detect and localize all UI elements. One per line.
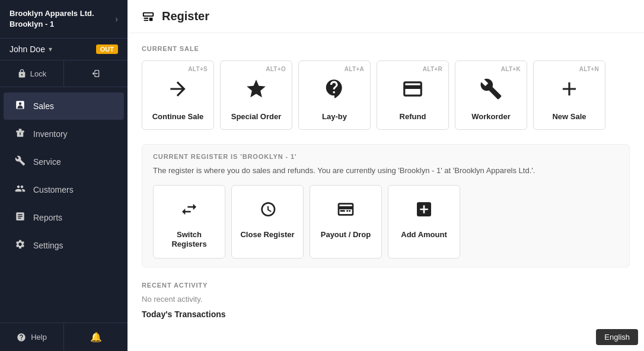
recent-activity-label: RECENT ACTIVITY bbox=[142, 282, 630, 289]
logout-icon bbox=[91, 69, 101, 78]
continue-sale-icon bbox=[167, 78, 189, 105]
workorder-icon bbox=[480, 78, 502, 105]
refund-shortcut: ALT+R bbox=[423, 66, 442, 72]
sidebar-quick-actions: Lock bbox=[0, 60, 127, 87]
close-register-label: Close Register bbox=[240, 230, 294, 240]
special-order-shortcut: ALT+O bbox=[266, 66, 286, 72]
workorder-shortcut: ALT+K bbox=[501, 66, 521, 72]
sidebar-bottom: Help 🔔 bbox=[0, 323, 127, 351]
sidebar-brand[interactable]: Brooklyn Apparels Ltd. Brooklyn - 1 › bbox=[0, 0, 127, 39]
no-activity-text: No recent activity. bbox=[142, 295, 630, 304]
new-sale-card[interactable]: ALT+N New Sale bbox=[533, 60, 605, 130]
sidebar-item-customers[interactable]: Customers bbox=[4, 176, 124, 203]
sidebar-item-label: Reports bbox=[33, 213, 62, 222]
add-amount-card[interactable]: Add Amount bbox=[388, 185, 460, 259]
lay-by-icon bbox=[323, 78, 346, 105]
special-order-card[interactable]: ALT+O Special Order bbox=[220, 60, 292, 130]
page-title: Register bbox=[162, 9, 209, 23]
settings-icon bbox=[14, 239, 26, 252]
new-sale-label: New Sale bbox=[552, 112, 586, 121]
inventory-icon bbox=[14, 127, 26, 141]
sidebar-item-service[interactable]: Service bbox=[4, 148, 124, 176]
lock-label: Lock bbox=[30, 69, 46, 78]
sidebar-item-settings[interactable]: Settings bbox=[4, 232, 124, 259]
sidebar-item-label: Customers bbox=[33, 185, 74, 194]
refund-icon bbox=[401, 78, 424, 105]
reports-icon bbox=[14, 211, 26, 224]
today-transactions-label: Today's Transactions bbox=[142, 309, 630, 319]
register-icon bbox=[142, 10, 155, 23]
special-order-label: Special Order bbox=[231, 112, 282, 121]
help-button[interactable]: Help bbox=[0, 323, 64, 351]
sidebar-item-label: Service bbox=[33, 157, 61, 167]
user-status-badge: OUT bbox=[96, 44, 118, 54]
help-label: Help bbox=[31, 333, 47, 342]
brand-arrow-icon: › bbox=[115, 14, 118, 24]
register-section-title: CURRENT REGISTER IS 'BROOKLYN - 1' bbox=[153, 153, 619, 160]
new-sale-icon bbox=[558, 78, 581, 105]
workorder-card[interactable]: ALT+K Workorder bbox=[455, 60, 527, 130]
page-header: Register bbox=[127, 0, 644, 33]
workorder-label: Workorder bbox=[471, 112, 511, 121]
main-content: Register CURRENT SALE ALT+S Continue Sal… bbox=[127, 0, 644, 351]
sidebar: Brooklyn Apparels Ltd. Brooklyn - 1 › Jo… bbox=[0, 0, 127, 351]
sales-icon bbox=[14, 100, 26, 113]
service-icon bbox=[14, 155, 26, 168]
english-language-badge[interactable]: English bbox=[596, 329, 638, 345]
add-amount-icon bbox=[415, 200, 433, 223]
sidebar-item-sales[interactable]: Sales bbox=[4, 92, 124, 120]
close-register-card[interactable]: Close Register bbox=[231, 185, 304, 259]
sidebar-item-inventory[interactable]: Inventory bbox=[4, 120, 124, 148]
close-register-icon bbox=[258, 200, 277, 223]
switch-registers-card[interactable]: Switch Registers bbox=[153, 185, 225, 259]
register-section: CURRENT REGISTER IS 'BROOKLYN - 1' The r… bbox=[142, 144, 630, 267]
switch-registers-icon bbox=[180, 200, 199, 223]
sidebar-item-label: Sales bbox=[33, 101, 54, 111]
logout-button[interactable] bbox=[64, 60, 127, 87]
sidebar-user[interactable]: John Doe ▾ OUT bbox=[0, 39, 127, 60]
user-dropdown-icon: ▾ bbox=[49, 45, 52, 53]
lay-by-label: Lay-by bbox=[322, 112, 347, 121]
payout-drop-card[interactable]: Payout / Drop bbox=[310, 185, 382, 259]
payout-drop-label: Payout / Drop bbox=[321, 230, 371, 240]
current-sale-label: CURRENT SALE bbox=[142, 45, 630, 52]
continue-sale-shortcut: ALT+S bbox=[188, 66, 208, 72]
lock-button[interactable]: Lock bbox=[0, 60, 64, 87]
special-order-icon bbox=[245, 78, 267, 105]
switch-registers-label: Switch Registers bbox=[161, 230, 218, 250]
main-body: CURRENT SALE ALT+S Continue Sale ALT+O bbox=[127, 33, 644, 351]
notification-bell-icon: 🔔 bbox=[90, 331, 102, 343]
refund-label: Refund bbox=[400, 112, 426, 121]
lock-icon bbox=[17, 69, 27, 78]
brand-name: Brooklyn Apparels Ltd. Brooklyn - 1 bbox=[9, 8, 94, 30]
user-name: John Doe ▾ bbox=[9, 44, 52, 54]
payout-drop-icon bbox=[336, 200, 355, 223]
help-icon bbox=[17, 333, 26, 342]
sidebar-item-label: Inventory bbox=[33, 129, 68, 139]
register-cards: Switch Registers Close Register Payout /… bbox=[153, 185, 619, 259]
sidebar-item-reports[interactable]: Reports bbox=[4, 204, 124, 231]
customers-icon bbox=[14, 183, 26, 196]
lay-by-card[interactable]: ALT+A Lay-by bbox=[298, 60, 371, 130]
notifications-button[interactable]: 🔔 bbox=[64, 323, 127, 351]
continue-sale-card[interactable]: ALT+S Continue Sale bbox=[142, 60, 214, 130]
continue-sale-label: Continue Sale bbox=[152, 112, 204, 121]
current-sale-section: CURRENT SALE ALT+S Continue Sale ALT+O bbox=[142, 45, 630, 130]
new-sale-shortcut: ALT+N bbox=[579, 66, 599, 72]
register-description: The register is where you do sales and r… bbox=[153, 165, 619, 177]
sidebar-item-label: Settings bbox=[33, 241, 63, 250]
sidebar-nav: Sales Inventory Service Customers Report bbox=[0, 87, 127, 323]
refund-card[interactable]: ALT+R Refund bbox=[377, 60, 449, 130]
current-sale-cards: ALT+S Continue Sale ALT+O Special Order bbox=[142, 60, 630, 130]
lay-by-shortcut: ALT+A bbox=[345, 66, 364, 72]
recent-activity-section: RECENT ACTIVITY No recent activity. Toda… bbox=[142, 282, 630, 319]
add-amount-label: Add Amount bbox=[401, 230, 447, 240]
